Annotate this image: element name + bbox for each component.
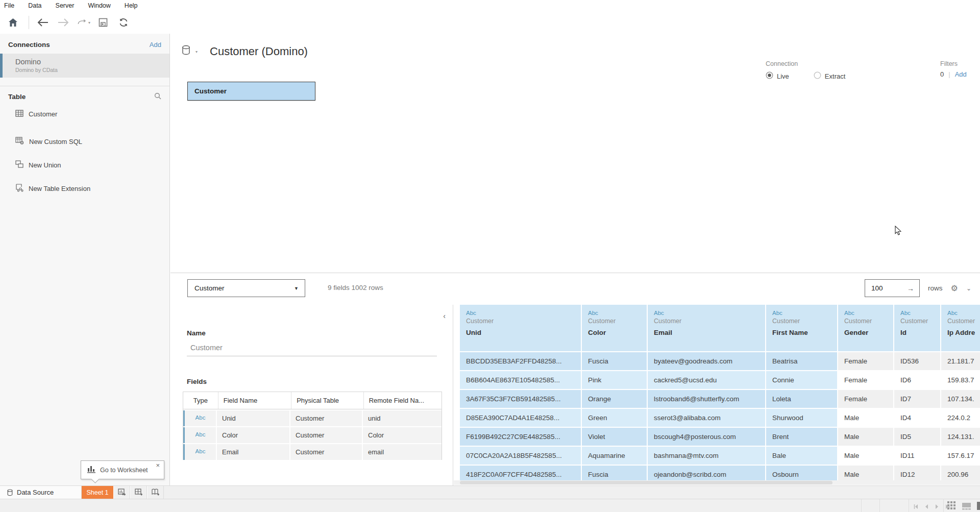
abc-type-icon: Abc xyxy=(947,310,980,316)
save-icon[interactable] xyxy=(96,16,110,29)
grid-row: B6B604AE8637E105482585...Pinkcackred5@uc… xyxy=(460,371,980,390)
field-type-abc[interactable]: Abc xyxy=(183,444,217,460)
horizontal-scrollbar[interactable] xyxy=(460,481,832,484)
go-to-worksheet-link[interactable]: Go to Worksheet xyxy=(100,467,151,474)
fields-summary: 9 fields 1002 rows xyxy=(328,284,383,291)
redo-icon[interactable]: ▾ xyxy=(77,16,90,29)
name-field[interactable]: Customer xyxy=(187,342,437,356)
search-icon[interactable] xyxy=(154,92,161,101)
fields-column-header[interactable]: Type xyxy=(183,392,218,409)
grid-column-header-gender[interactable]: AbcCustomerGender xyxy=(838,305,893,351)
redo-caret-icon[interactable]: ▾ xyxy=(88,20,90,25)
back-icon[interactable] xyxy=(36,16,50,29)
radio-label: Live xyxy=(777,72,789,80)
row-limit-input[interactable]: 100 → xyxy=(865,279,920,297)
new-dashboard-button[interactable] xyxy=(130,486,147,499)
grid-cell: Connie xyxy=(766,371,837,389)
grid-cell: sserot3@alibaba.com xyxy=(648,409,765,427)
chevron-down-icon[interactable]: ⌄ xyxy=(966,285,971,292)
grid-column-name: Id xyxy=(900,329,934,336)
sheet-sorter-icon[interactable] xyxy=(947,501,956,512)
apply-rows-arrow-icon[interactable]: → xyxy=(907,284,914,292)
data-grid: AbcCustomerUnidAbcCustomerColorAbcCustom… xyxy=(454,305,980,485)
menu-item-server[interactable]: Server xyxy=(56,2,75,9)
filmstrip-view-icon[interactable] xyxy=(962,502,971,512)
grid-cell: ID7 xyxy=(894,390,940,408)
sidebar-item-label: New Table Extension xyxy=(29,185,90,192)
grid-header-row: AbcCustomerUnidAbcCustomerColorAbcCustom… xyxy=(460,305,980,352)
chevron-down-icon: ▼ xyxy=(294,286,299,291)
grid-column-name: Ip Addre xyxy=(947,329,980,336)
grid-column-header-id[interactable]: AbcCustomerId xyxy=(894,305,940,351)
grid-column-table: Customer xyxy=(654,318,759,325)
home-icon[interactable] xyxy=(6,16,19,29)
grid-column-header-color[interactable]: AbcCustomerColor xyxy=(582,305,647,351)
sidebar-item-new-custom-sql[interactable]: New Custom SQL xyxy=(0,133,169,150)
grid-column-header-email[interactable]: AbcCustomerEmail xyxy=(648,305,765,351)
grid-column-table: Customer xyxy=(900,318,934,325)
fields-column-header[interactable]: Physical Table xyxy=(291,392,363,409)
collapse-panel-icon[interactable]: ‹ xyxy=(443,312,446,320)
grid-column-table: Customer xyxy=(947,318,980,325)
radio-live[interactable]: Live xyxy=(766,71,789,81)
physical-table-cell: Customer xyxy=(290,410,363,426)
radio-unselected-icon xyxy=(814,71,821,81)
new-worksheet-button[interactable] xyxy=(113,486,130,499)
grid-column-header-ip-addre[interactable]: AbcCustomerIp Addre xyxy=(941,305,980,351)
presentation-mode-icon[interactable] xyxy=(977,502,980,512)
new-story-button[interactable] xyxy=(147,486,164,499)
connection-item-domino[interactable]: Domino Domino by CData xyxy=(0,54,169,78)
datasource-caret-icon[interactable]: ▾ xyxy=(195,50,198,54)
toolbar-separator xyxy=(29,16,29,29)
close-icon[interactable]: × xyxy=(156,461,160,469)
grid-cell: ID5 xyxy=(894,428,940,446)
grid-cell: 124.131. xyxy=(941,428,980,446)
canvas-table-node-customer[interactable]: Customer xyxy=(187,82,315,101)
grid-column-header-first-name[interactable]: AbcCustomerFirst Name xyxy=(766,305,837,351)
sidebar-item-customer-table[interactable]: Customer xyxy=(0,106,169,122)
abc-type-icon: Abc xyxy=(844,310,887,316)
sidebar-item-new-table-extension[interactable]: New Table Extension xyxy=(0,180,169,197)
add-connection-button[interactable]: Add xyxy=(150,41,161,48)
grid-cell: lstrooband6@shutterfly.com xyxy=(648,390,765,408)
grid-cell: F6199B492C27C9E4482585... xyxy=(460,428,581,446)
tab-sheet-1[interactable]: Sheet 1 xyxy=(82,486,113,499)
next-sheet-icon[interactable] xyxy=(935,502,939,511)
fields-column-header[interactable]: Field Name xyxy=(218,392,291,409)
menu-item-file[interactable]: File xyxy=(4,2,14,9)
grid-cell: ID536 xyxy=(894,352,940,370)
database-icon[interactable] xyxy=(182,45,191,58)
table-select[interactable]: Customer ▼ xyxy=(187,279,305,297)
table-grid-icon xyxy=(15,110,23,118)
radio-extract[interactable]: Extract xyxy=(814,71,845,81)
add-filter-button[interactable]: Add xyxy=(955,70,967,78)
grid-column-header-unid[interactable]: AbcCustomerUnid xyxy=(460,305,581,351)
table-select-value: Customer xyxy=(194,284,225,292)
prev-sheet-icon[interactable] xyxy=(925,502,928,511)
grid-cell: 157.6.17 xyxy=(941,447,980,465)
remote-field-cell: unid xyxy=(363,410,441,426)
page-title: Customer (Domino) xyxy=(210,45,308,58)
fields-column-header[interactable]: Remote Field Na... xyxy=(364,392,442,409)
menu-item-data[interactable]: Data xyxy=(28,2,41,9)
grid-cell: byateev@goodreads.com xyxy=(648,352,765,370)
connection-label: Connection xyxy=(766,60,798,67)
sidebar-item-new-union[interactable]: New Union xyxy=(0,157,169,173)
tab-data-source[interactable]: Data Source xyxy=(0,486,82,499)
grid-cell: BBCDD35EB3AF2FFD48258... xyxy=(460,352,581,370)
field-type-abc[interactable]: Abc xyxy=(183,427,217,443)
abc-type-icon: Abc xyxy=(654,310,759,316)
grid-column-table: Customer xyxy=(466,318,575,325)
grid-row: 07C0CA20A2A18B5F482585...Aquamarinebashm… xyxy=(460,447,980,466)
first-sheet-icon[interactable] xyxy=(914,502,918,511)
canvas: ▾ Customer (Domino) Connection LiveExtra… xyxy=(170,34,980,273)
field-type-abc[interactable]: Abc xyxy=(183,410,217,426)
gear-icon[interactable]: ⚙ xyxy=(951,283,958,293)
grid-cell: Female xyxy=(838,352,893,370)
refresh-icon[interactable] xyxy=(117,16,130,29)
menu-item-window[interactable]: Window xyxy=(88,2,110,9)
grid-cell: D85EA390C7AD4A1E48258... xyxy=(460,409,581,427)
grid-cell: 3A67F35C3F7CB591482585... xyxy=(460,390,581,408)
forward-icon[interactable] xyxy=(57,16,70,29)
menu-item-help[interactable]: Help xyxy=(125,2,138,9)
